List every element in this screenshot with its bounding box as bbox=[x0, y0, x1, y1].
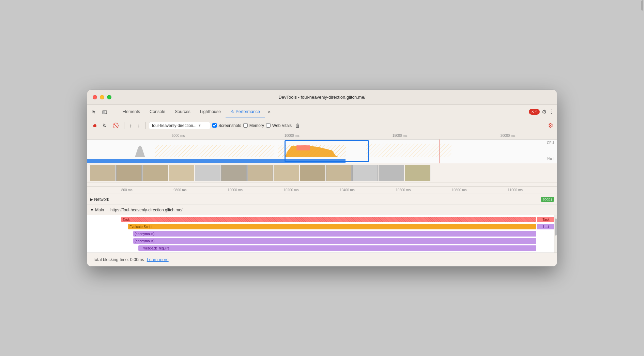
scrollbar-handle[interactable] bbox=[555, 219, 557, 236]
settings-button[interactable]: ⚙ bbox=[542, 109, 547, 115]
mark-10800: 10800 ms bbox=[452, 188, 467, 192]
url-text: foul-heavenly-direction... bbox=[152, 123, 197, 128]
more-options-button[interactable]: ⋮ bbox=[549, 109, 554, 115]
flame-entry-evaluate-right[interactable]: L...t bbox=[537, 224, 555, 229]
flame-entry-anon2[interactable]: (anonymous) bbox=[133, 238, 536, 244]
svg-rect-5 bbox=[366, 144, 451, 157]
tab-navigation: Elements Console Sources Lighthouse ⚠ Pe… bbox=[115, 106, 527, 117]
screenshot-thumb-3[interactable] bbox=[142, 165, 168, 181]
title-bar: DevTools - foul-heavenly-direction.glitc… bbox=[87, 90, 557, 105]
net-label: NET bbox=[547, 157, 554, 160]
screenshots-checkbox[interactable] bbox=[212, 123, 217, 128]
tab-console[interactable]: Console bbox=[145, 107, 170, 117]
error-badge[interactable]: ✕ 5 bbox=[529, 109, 540, 115]
close-button[interactable] bbox=[93, 95, 97, 99]
screenshot-thumb-9[interactable] bbox=[300, 165, 325, 181]
screenshots-label: Screenshots bbox=[218, 123, 241, 128]
traffic-lights bbox=[93, 95, 111, 99]
web-vitals-toggle[interactable]: Web Vitals bbox=[266, 123, 292, 128]
more-tabs-button[interactable]: » bbox=[265, 108, 273, 116]
detail-ruler: 800 ms 9800 ms 10000 ms 10200 ms 10400 m… bbox=[87, 187, 557, 194]
top-time-ruler: 5000 ms 10000 ms 15000 ms 20000 ms bbox=[87, 132, 557, 140]
memory-checkbox[interactable] bbox=[243, 123, 248, 128]
mark-9800: 9800 ms bbox=[173, 188, 186, 192]
time-mark-5000: 5000 ms bbox=[172, 134, 185, 137]
main-thread-label: ▼ Main — https://foul-heavenly-direction… bbox=[90, 208, 182, 212]
cpu-area: CPU bbox=[87, 140, 557, 163]
flame-row-task: Task Task bbox=[87, 216, 557, 223]
main-content: 5000 ms 10000 ms 15000 ms 20000 ms CPU bbox=[87, 132, 557, 266]
main-thread-header: ▼ Main — https://foul-heavenly-direction… bbox=[87, 205, 557, 215]
delete-button[interactable]: 🗑 bbox=[295, 123, 300, 128]
tab-toolbar: Elements Console Sources Lighthouse ⚠ Pe… bbox=[87, 105, 557, 119]
maximize-button[interactable] bbox=[107, 95, 111, 99]
web-vitals-checkbox[interactable] bbox=[266, 123, 271, 128]
screenshot-thumb-8[interactable] bbox=[274, 165, 299, 181]
mark-10000: 10000 ms bbox=[228, 188, 243, 192]
cursor-tool-button[interactable] bbox=[90, 108, 99, 116]
net-bar bbox=[87, 159, 346, 163]
dock-button[interactable] bbox=[100, 108, 109, 116]
timeline-overview[interactable]: 5000 ms 10000 ms 15000 ms 20000 ms CPU bbox=[87, 132, 557, 187]
status-bar: Total blocking time: 0.00ms Learn more bbox=[87, 253, 557, 266]
screenshot-thumb-7[interactable] bbox=[247, 165, 273, 181]
flame-entry-evaluate[interactable]: Evaluate Script bbox=[128, 224, 536, 229]
tab-elements[interactable]: Elements bbox=[118, 107, 145, 117]
error-count: 5 bbox=[535, 110, 537, 114]
flame-row-webpack: __webpack_require__ bbox=[87, 245, 557, 252]
time-mark-10000: 10000 ms bbox=[285, 134, 300, 137]
flame-entry-anon1[interactable]: (anonymous) bbox=[133, 231, 536, 237]
reload-record-button[interactable]: ↻ bbox=[101, 122, 109, 130]
flame-entry-task-right[interactable]: Task bbox=[537, 217, 555, 222]
clear-button[interactable]: 🚫 bbox=[111, 122, 121, 130]
svg-rect-7 bbox=[296, 145, 310, 150]
screenshot-thumb-6[interactable] bbox=[221, 165, 247, 181]
vertical-scrollbar[interactable] bbox=[554, 215, 557, 253]
blocking-time-text: Total blocking time: 0.00ms bbox=[93, 257, 144, 262]
devtools-window: DevTools - foul-heavenly-direction.glitc… bbox=[87, 90, 557, 266]
memory-toggle[interactable]: Memory bbox=[243, 123, 264, 128]
screenshot-thumb-5[interactable] bbox=[195, 165, 220, 181]
tab-sources[interactable]: Sources bbox=[170, 107, 195, 117]
url-selector[interactable]: foul-heavenly-direction... ▼ bbox=[149, 122, 210, 129]
download-button[interactable]: ↓ bbox=[136, 122, 142, 129]
screenshot-thumb-10[interactable] bbox=[326, 165, 352, 181]
tab-performance[interactable]: ⚠ Performance bbox=[226, 106, 265, 117]
cpu-waveform bbox=[87, 144, 557, 157]
mark-800: 800 ms bbox=[121, 188, 133, 192]
svg-rect-3 bbox=[155, 145, 274, 157]
screenshot-thumb-2[interactable] bbox=[116, 165, 142, 181]
flame-entry-task[interactable]: Task bbox=[121, 217, 536, 222]
mark-10400: 10400 ms bbox=[340, 188, 355, 192]
screenshot-thumb-4[interactable] bbox=[169, 165, 194, 181]
tab-lighthouse[interactable]: Lighthouse bbox=[195, 107, 226, 117]
mark-10200: 10200 ms bbox=[283, 188, 298, 192]
network-right-pill: soop.j bbox=[541, 197, 554, 202]
window-title: DevTools - foul-heavenly-direction.glitc… bbox=[278, 95, 365, 100]
flame-entry-webpack[interactable]: __webpack_require__ bbox=[138, 245, 536, 251]
record-button[interactable]: ⏺ bbox=[91, 122, 99, 129]
ruler-marks: 800 ms 9800 ms 10000 ms 10200 ms 10400 m… bbox=[121, 188, 523, 192]
perf-separator-1 bbox=[124, 122, 124, 129]
screenshots-row bbox=[87, 163, 557, 182]
toolbar-right: ✕ 5 ⚙ ⋮ bbox=[529, 109, 554, 115]
toolbar-separator bbox=[112, 108, 112, 116]
upload-button[interactable]: ↑ bbox=[128, 122, 134, 129]
screenshot-thumb-13[interactable] bbox=[405, 165, 430, 181]
network-row[interactable]: ▶ Network soop.j bbox=[87, 194, 557, 205]
perf-separator-2 bbox=[145, 122, 145, 129]
perf-settings-button[interactable]: ⚙ bbox=[548, 122, 553, 129]
screenshots-toggle[interactable]: Screenshots bbox=[212, 123, 241, 128]
screenshot-thumb-1[interactable] bbox=[90, 165, 116, 181]
learn-more-link[interactable]: Learn more bbox=[147, 257, 169, 262]
flame-row-anon2: (anonymous) bbox=[87, 238, 557, 244]
flame-row-evaluate: Evaluate Script L...t bbox=[87, 223, 557, 230]
network-label: ▶ Network bbox=[90, 197, 109, 202]
screenshot-thumb-11[interactable] bbox=[352, 165, 378, 181]
mark-10600: 10600 ms bbox=[396, 188, 411, 192]
web-vitals-label: Web Vitals bbox=[272, 123, 292, 128]
time-mark-15000: 15000 ms bbox=[393, 134, 408, 137]
screenshot-thumb-12[interactable] bbox=[379, 165, 404, 181]
minimize-button[interactable] bbox=[100, 95, 104, 99]
flame-rows-container: Task Task Evaluate Script L...t bbox=[87, 215, 557, 253]
